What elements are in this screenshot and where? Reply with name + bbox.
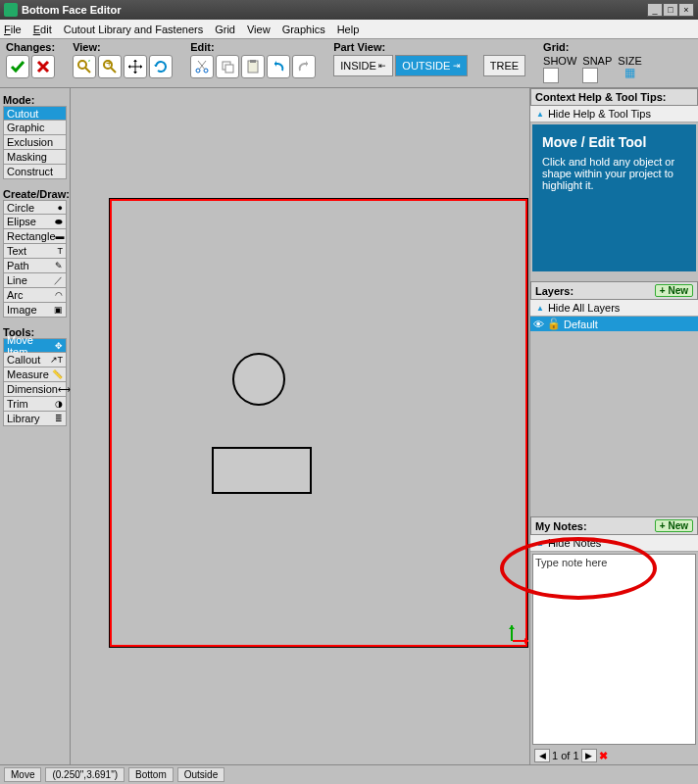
reject-button[interactable] (31, 55, 55, 78)
minimize-button[interactable]: _ (647, 3, 663, 17)
layers-header: Layers:+ New (530, 281, 698, 300)
right-panel: Context Help & Tool Tips: ▲Hide Help & T… (529, 88, 698, 764)
create-text[interactable]: TextT (3, 244, 67, 259)
mode-masking[interactable]: Masking (3, 150, 67, 165)
mode-cutout[interactable]: Cutout (3, 106, 67, 121)
tool-library[interactable]: Library≣ (3, 412, 67, 426)
layer-default[interactable]: 👁 🔓 Default (530, 317, 698, 331)
arc-icon: ◠ (55, 290, 63, 300)
app-icon (4, 3, 18, 17)
menu-grid[interactable]: Grid (215, 24, 235, 35)
visibility-icon[interactable]: 👁 (533, 318, 544, 330)
shape-rectangle[interactable] (212, 447, 312, 494)
tool-move[interactable]: Move Item✥ (3, 338, 67, 353)
grid-snap[interactable]: SNAP (582, 55, 612, 83)
grid-show[interactable]: SHOW (543, 55, 576, 83)
svg-point-0 (78, 61, 86, 69)
hide-help-link[interactable]: ▲Hide Help & Tool Tips (530, 106, 698, 122)
image-icon: ▣ (54, 305, 63, 315)
partview-label: Part View: (333, 41, 525, 53)
new-note-button[interactable]: + New (655, 519, 693, 532)
pan-button[interactable] (124, 55, 147, 78)
menu-file[interactable]: File (4, 24, 22, 35)
menu-help[interactable]: Help (337, 24, 360, 35)
canvas[interactable] (71, 88, 529, 764)
note-delete-button[interactable]: ✖ (599, 750, 608, 762)
svg-text:+: + (106, 59, 112, 69)
inside-button[interactable]: INSIDE ⇤ (333, 55, 393, 76)
accept-button[interactable] (6, 55, 29, 78)
hide-layers-link[interactable]: ▲Hide All Layers (530, 300, 698, 317)
status-face: Bottom (128, 767, 174, 782)
hide-notes-link[interactable]: ▲Hide Notes (530, 535, 698, 552)
maximize-button[interactable]: □ (663, 3, 678, 17)
trim-icon: ◑ (55, 399, 63, 409)
dimension-icon: ⟷ (58, 384, 71, 394)
create-image[interactable]: Image▣ (3, 303, 67, 318)
copy-button[interactable] (216, 55, 239, 78)
refresh-button[interactable] (149, 55, 173, 78)
undo-button[interactable] (267, 55, 290, 78)
lock-icon[interactable]: 🔓 (547, 318, 561, 330)
status-view: Outside (177, 767, 224, 782)
edit-label: Edit: (190, 41, 316, 53)
tool-callout[interactable]: Callout↗T (3, 353, 67, 368)
create-label: Create/Draw: (3, 188, 67, 200)
notes-placeholder: Type note here (535, 557, 607, 568)
tool-measure[interactable]: Measure📏 (3, 368, 67, 382)
changes-label: Changes: (6, 41, 55, 53)
note-next-button[interactable]: ▶ (581, 749, 597, 762)
redo-button[interactable] (292, 55, 316, 78)
new-layer-button[interactable]: + New (655, 284, 693, 297)
note-prev-button[interactable]: ◀ (534, 749, 550, 762)
create-circle[interactable]: Circle● (3, 200, 67, 215)
notes-input[interactable]: Type note here (532, 554, 696, 745)
circle-icon: ● (58, 203, 63, 213)
create-path[interactable]: Path✎ (3, 259, 67, 273)
svg-rect-6 (225, 65, 233, 73)
shape-circle[interactable] (232, 353, 285, 406)
collapse-icon: ▲ (536, 539, 544, 548)
notes-header: My Notes:+ New (530, 516, 698, 535)
mode-construct[interactable]: Construct (3, 165, 67, 179)
help-header: Context Help & Tool Tips: (530, 88, 698, 106)
menu-view[interactable]: View (247, 24, 271, 35)
notes-nav: ◀ 1 of 1 ▶ ✖ (530, 747, 698, 764)
collapse-icon: ▲ (536, 304, 544, 313)
left-panel: Mode: Cutout Graphic Exclusion Masking C… (0, 88, 71, 764)
tool-dimension[interactable]: Dimension⟷ (3, 382, 67, 397)
zoom-fit-button[interactable] (73, 55, 96, 78)
note-page: 1 of 1 (552, 750, 579, 761)
toolbar: Changes: View: + Edit: Part View: INSIDE… (0, 39, 698, 88)
mode-exclusion[interactable]: Exclusion (3, 135, 67, 150)
status-coords: (0.250",3.691") (45, 767, 125, 782)
tool-trim[interactable]: Trim◑ (3, 397, 67, 412)
help-body: Click and hold any object or shape withi… (542, 156, 686, 191)
ellipse-icon: ⬬ (55, 217, 63, 227)
create-arc[interactable]: Arc◠ (3, 288, 67, 303)
path-icon: ✎ (55, 261, 63, 270)
status-mode: Move (4, 767, 41, 782)
zoom-in-button[interactable]: + (98, 55, 122, 78)
mode-graphic[interactable]: Graphic (3, 121, 67, 135)
grid-size[interactable]: SIZE▦ (618, 55, 641, 83)
paste-button[interactable] (241, 55, 265, 78)
cut-button[interactable] (190, 55, 214, 78)
view-label: View: (73, 41, 173, 53)
tree-button[interactable]: TREE (483, 55, 525, 76)
menu-graphics[interactable]: Graphics (282, 24, 325, 35)
text-icon: T (58, 246, 64, 256)
collapse-icon: ▲ (536, 110, 544, 119)
menu-edit[interactable]: Edit (33, 24, 52, 35)
create-line[interactable]: Line／ (3, 273, 67, 288)
statusbar: Move (0.250",3.691") Bottom Outside (0, 764, 698, 784)
close-button[interactable]: × (678, 3, 694, 17)
create-elipse[interactable]: Elipse⬬ (3, 215, 67, 229)
part-outline[interactable] (110, 199, 527, 647)
titlebar: Bottom Face Editor _ □ × (0, 0, 698, 20)
move-icon: ✥ (55, 341, 63, 351)
menu-cutout[interactable]: Cutout Library and Fasteners (64, 24, 203, 35)
create-rectangle[interactable]: Rectangle▬ (3, 229, 67, 244)
outside-button[interactable]: OUTSIDE ⇥ (395, 55, 467, 76)
svg-rect-8 (250, 60, 256, 63)
